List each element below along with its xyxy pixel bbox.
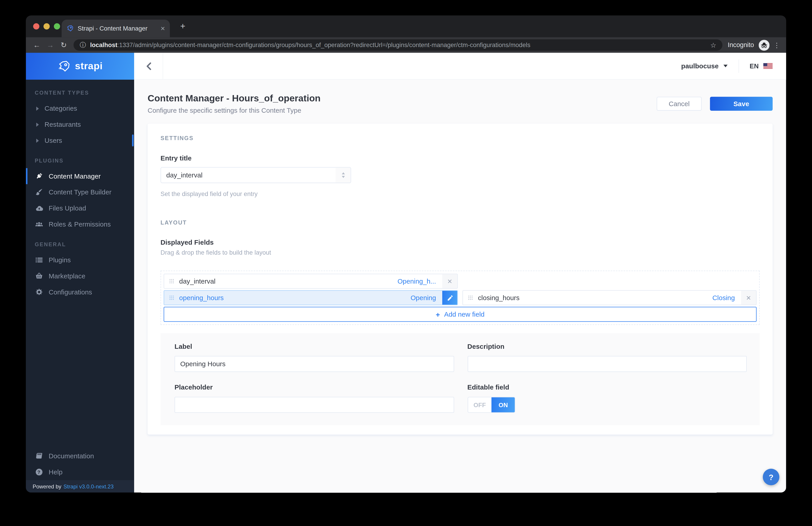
field-name: opening_hours: [179, 291, 410, 305]
placeholder-input[interactable]: [174, 397, 454, 413]
user-menu[interactable]: paulbocuse: [681, 62, 727, 70]
description-field-label: Description: [467, 343, 747, 350]
cancel-button[interactable]: Cancel: [656, 97, 702, 111]
browser-menu-icon[interactable]: ⋮: [772, 41, 782, 49]
strapi-version-link[interactable]: Strapi v3.0.0-next.23: [63, 483, 114, 489]
forward-icon[interactable]: →: [44, 41, 57, 49]
sidebar-scroll-indicator[interactable]: [132, 134, 134, 147]
sidebar-item-label: Plugins: [49, 256, 71, 264]
list-icon: [35, 256, 43, 264]
fields-dropzone: day_interval Opening_h... ✕: [161, 270, 760, 325]
caret-right-icon: [36, 122, 39, 126]
section-title-general: GENERAL: [35, 241, 134, 247]
back-icon[interactable]: ←: [30, 41, 44, 49]
toggle-on-option[interactable]: ON: [491, 397, 515, 413]
address-bar[interactable]: ⓘ localhost:1337/admin/plugins/content-m…: [74, 40, 723, 51]
reload-icon[interactable]: ↻: [57, 41, 70, 49]
bookmark-star-icon[interactable]: ☆: [710, 41, 716, 49]
field-tag: Opening_h...: [397, 274, 436, 288]
browser-tab[interactable]: Strapi - Content Manager ✕: [62, 20, 170, 37]
strapi-rocket-icon: [57, 60, 70, 73]
chevron-down-icon: [723, 65, 727, 67]
window-controls: [33, 23, 60, 29]
placeholder-field-label: Placeholder: [174, 384, 454, 391]
sidebar-item-help[interactable]: ? Help: [26, 464, 134, 480]
sidebar-item-content-manager[interactable]: Content Manager: [26, 168, 134, 184]
drag-handle-icon[interactable]: [164, 291, 179, 305]
settings-card: SETTINGS Entry title day_interval Set th…: [147, 124, 772, 435]
main-area: paulbocuse EN: [134, 53, 786, 493]
zoom-window-button[interactable]: [54, 23, 60, 29]
book-icon: [35, 452, 43, 460]
sidebar-item-label: Files Upload: [49, 205, 86, 212]
editable-toggle: OFF ON: [467, 397, 515, 413]
sidebar-item-files-upload[interactable]: Files Upload: [26, 200, 134, 216]
settings-section-title: SETTINGS: [161, 135, 760, 141]
toggle-off-option[interactable]: OFF: [468, 397, 491, 412]
url-path: :1337/admin/plugins/content-manager/ctm-…: [117, 42, 531, 49]
sidebar-item-label: Marketplace: [49, 272, 85, 280]
sidebar-item-label: Users: [45, 136, 62, 144]
sidebar-item-configurations[interactable]: Configurations: [26, 284, 134, 300]
layout-section-title: LAYOUT: [161, 219, 760, 225]
sidebar-item-restaurants[interactable]: Restaurants: [26, 116, 134, 132]
label-input[interactable]: [174, 356, 454, 372]
entry-title-selected-value: day_interval: [161, 168, 335, 183]
page-subtitle: Configure the specific settings for this…: [147, 107, 320, 114]
tab-title: Strapi - Content Manager: [78, 25, 156, 32]
drag-handle-icon[interactable]: [164, 274, 179, 288]
sidebar-item-label: Roles & Permissions: [49, 221, 111, 228]
minimize-window-button[interactable]: [44, 23, 49, 29]
powered-by: Powered by Strapi v3.0.0-next.23: [26, 480, 134, 493]
screen: Strapi - Content Manager ✕ + ← → ↻ ⓘ loc…: [0, 0, 812, 526]
remove-field-icon[interactable]: ✕: [741, 291, 756, 305]
save-button[interactable]: Save: [710, 97, 773, 111]
sidebar-item-users[interactable]: Users: [26, 132, 134, 149]
us-flag-icon: [763, 63, 772, 69]
drag-handle-icon[interactable]: [463, 291, 478, 305]
cloud-upload-icon: [35, 205, 43, 212]
help-fab-button[interactable]: ?: [763, 469, 779, 485]
edit-field-button[interactable]: [442, 291, 457, 305]
site-info-icon[interactable]: ⓘ: [80, 41, 86, 49]
page-content: Content Manager - Hours_of_operation Con…: [134, 80, 786, 493]
remove-field-icon[interactable]: ✕: [442, 274, 457, 288]
field-box-opening-hours[interactable]: opening_hours Opening: [163, 290, 458, 305]
field-tag: Opening: [410, 291, 436, 305]
gear-icon: [35, 288, 43, 296]
back-button[interactable]: [134, 53, 163, 79]
sidebar-item-documentation[interactable]: Documentation: [26, 448, 134, 464]
sidebar-item-label: Content Type Builder: [49, 188, 112, 196]
strapi-logo[interactable]: strapi: [26, 53, 134, 80]
field-box-day-interval[interactable]: day_interval Opening_h... ✕: [163, 274, 458, 289]
sidebar-item-label: Categories: [45, 105, 77, 112]
sidebar-item-plugins[interactable]: Plugins: [26, 252, 134, 268]
sidebar-item-marketplace[interactable]: Marketplace: [26, 268, 134, 284]
sidebar-item-label: Content Manager: [49, 172, 101, 180]
username: paulbocuse: [681, 62, 719, 70]
displayed-fields-title: Displayed Fields: [161, 239, 760, 246]
tab-close-icon[interactable]: ✕: [160, 25, 165, 32]
language-code: EN: [750, 62, 759, 70]
powered-by-prefix: Powered by: [33, 483, 61, 489]
entry-title-select[interactable]: day_interval: [161, 167, 351, 183]
users-icon: [35, 221, 43, 228]
language-switcher[interactable]: EN: [750, 62, 772, 70]
field-box-closing-hours[interactable]: closing_hours Closing ✕: [462, 290, 756, 305]
sidebar: strapi CONTENT TYPES Categories Restaura…: [26, 53, 134, 493]
description-input[interactable]: [467, 356, 747, 372]
tab-favicon-strapi-icon: [67, 25, 74, 32]
close-window-button[interactable]: [33, 23, 39, 29]
add-new-field-button[interactable]: + Add new field: [163, 307, 756, 321]
section-title-plugins: PLUGINS: [35, 157, 134, 163]
label-field-label: Label: [174, 343, 454, 350]
field-name: closing_hours: [478, 291, 712, 305]
caret-right-icon: [36, 106, 39, 110]
incognito-icon: [759, 40, 770, 50]
sidebar-item-categories[interactable]: Categories: [26, 100, 134, 116]
sidebar-item-content-type-builder[interactable]: Content Type Builder: [26, 184, 134, 200]
field-tag: Closing: [712, 291, 735, 305]
new-tab-button[interactable]: +: [177, 20, 188, 32]
sidebar-item-roles-permissions[interactable]: Roles & Permissions: [26, 216, 134, 232]
entry-title-label: Entry title: [161, 154, 760, 162]
